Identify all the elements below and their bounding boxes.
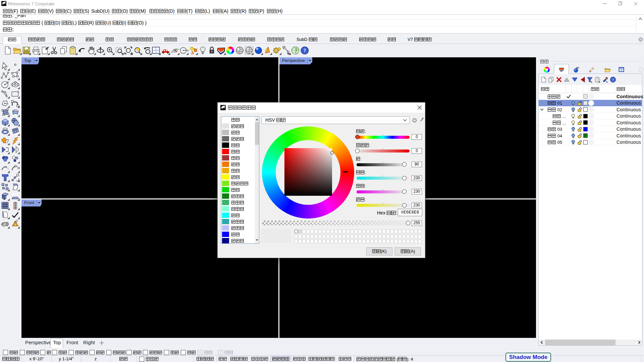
svg-text:?: ? xyxy=(612,78,614,82)
svg-text:?: ? xyxy=(621,68,622,71)
svg-text:?: ? xyxy=(304,48,306,53)
